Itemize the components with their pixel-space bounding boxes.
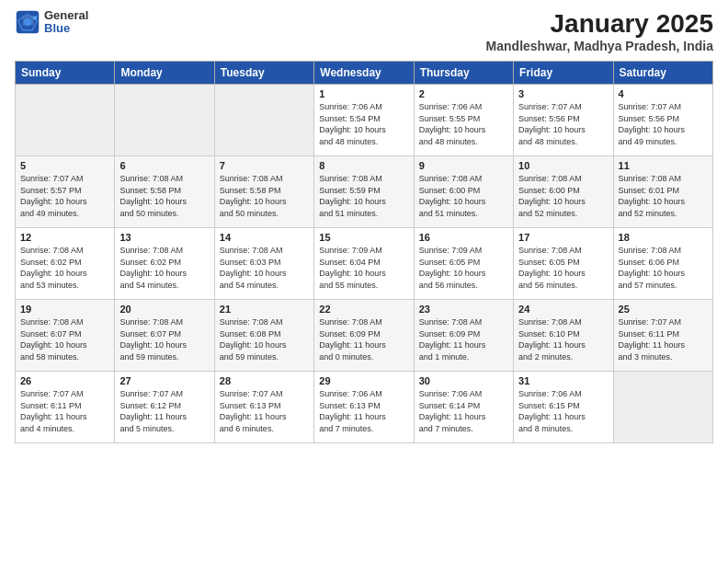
weekday-header-tuesday: Tuesday [214, 62, 313, 85]
week-row-2: 5Sunrise: 7:07 AM Sunset: 5:57 PM Daylig… [16, 156, 713, 228]
weekday-header-saturday: Saturday [613, 62, 712, 85]
weekday-header-sunday: Sunday [16, 62, 115, 85]
day-info: Sunrise: 7:07 AM Sunset: 6:12 PM Dayligh… [119, 388, 209, 434]
calendar-cell: 25Sunrise: 7:07 AM Sunset: 6:11 PM Dayli… [613, 300, 712, 372]
day-number: 2 [419, 88, 508, 99]
title-block: January 2025 Mandleshwar, Madhya Pradesh… [486, 9, 713, 53]
day-info: Sunrise: 7:07 AM Sunset: 6:13 PM Dayligh… [220, 388, 309, 434]
day-info: Sunrise: 7:08 AM Sunset: 6:07 PM Dayligh… [20, 316, 109, 362]
logo-general-text: General [44, 9, 88, 22]
calendar-cell: 21Sunrise: 7:08 AM Sunset: 6:08 PM Dayli… [214, 300, 313, 372]
day-number: 9 [419, 160, 508, 171]
day-number: 21 [220, 304, 309, 315]
day-number: 24 [518, 304, 608, 315]
day-number: 17 [518, 232, 608, 243]
calendar-cell: 6Sunrise: 7:08 AM Sunset: 5:58 PM Daylig… [115, 156, 214, 228]
day-info: Sunrise: 7:08 AM Sunset: 6:10 PM Dayligh… [518, 316, 608, 362]
day-number: 6 [119, 160, 209, 171]
calendar-cell: 14Sunrise: 7:08 AM Sunset: 6:03 PM Dayli… [214, 228, 313, 300]
calendar-cell [214, 85, 313, 156]
logo-blue-text: Blue [44, 22, 88, 35]
day-info: Sunrise: 7:08 AM Sunset: 6:09 PM Dayligh… [319, 316, 408, 362]
weekday-header-friday: Friday [514, 62, 613, 85]
day-info: Sunrise: 7:07 AM Sunset: 5:56 PM Dayligh… [518, 101, 608, 147]
day-info: Sunrise: 7:09 AM Sunset: 6:05 PM Dayligh… [419, 245, 508, 291]
calendar-cell: 2Sunrise: 7:06 AM Sunset: 5:55 PM Daylig… [414, 85, 513, 156]
calendar-cell: 4Sunrise: 7:07 AM Sunset: 5:56 PM Daylig… [613, 85, 712, 156]
calendar-cell: 23Sunrise: 7:08 AM Sunset: 6:09 PM Dayli… [414, 300, 513, 372]
day-info: Sunrise: 7:08 AM Sunset: 6:05 PM Dayligh… [518, 245, 608, 291]
day-info: Sunrise: 7:07 AM Sunset: 5:57 PM Dayligh… [20, 173, 109, 219]
day-info: Sunrise: 7:08 AM Sunset: 5:58 PM Dayligh… [220, 173, 309, 219]
day-number: 7 [220, 160, 309, 171]
week-row-3: 12Sunrise: 7:08 AM Sunset: 6:02 PM Dayli… [16, 228, 713, 300]
calendar-cell: 11Sunrise: 7:08 AM Sunset: 6:01 PM Dayli… [613, 156, 712, 228]
logo: General Blue [15, 9, 88, 36]
day-number: 15 [319, 232, 408, 243]
weekday-header-thursday: Thursday [414, 62, 513, 85]
day-number: 19 [20, 304, 109, 315]
week-row-1: 1Sunrise: 7:06 AM Sunset: 5:54 PM Daylig… [16, 85, 713, 156]
day-number: 13 [119, 232, 209, 243]
calendar-cell: 30Sunrise: 7:06 AM Sunset: 6:14 PM Dayli… [414, 372, 513, 443]
calendar-cell: 20Sunrise: 7:08 AM Sunset: 6:07 PM Dayli… [115, 300, 214, 372]
day-number: 31 [518, 375, 608, 386]
calendar-cell: 5Sunrise: 7:07 AM Sunset: 5:57 PM Daylig… [16, 156, 115, 228]
calendar-subtitle: Mandleshwar, Madhya Pradesh, India [486, 39, 713, 53]
day-info: Sunrise: 7:07 AM Sunset: 5:56 PM Dayligh… [619, 101, 708, 147]
calendar-cell: 10Sunrise: 7:08 AM Sunset: 6:00 PM Dayli… [514, 156, 613, 228]
calendar-cell [115, 85, 214, 156]
calendar-cell: 1Sunrise: 7:06 AM Sunset: 5:54 PM Daylig… [314, 85, 414, 156]
calendar-page: General Blue January 2025 Mandleshwar, M… [0, 0, 728, 563]
day-number: 8 [319, 160, 408, 171]
weekday-header-wednesday: Wednesday [314, 62, 414, 85]
day-number: 27 [119, 375, 209, 386]
day-info: Sunrise: 7:08 AM Sunset: 6:07 PM Dayligh… [119, 316, 209, 362]
day-info: Sunrise: 7:07 AM Sunset: 6:11 PM Dayligh… [619, 316, 708, 362]
calendar-cell [16, 85, 115, 156]
day-info: Sunrise: 7:06 AM Sunset: 6:15 PM Dayligh… [518, 388, 608, 434]
page-header: General Blue January 2025 Mandleshwar, M… [15, 9, 713, 53]
day-info: Sunrise: 7:07 AM Sunset: 6:11 PM Dayligh… [20, 388, 109, 434]
calendar-cell [613, 372, 712, 443]
weekday-header-row: SundayMondayTuesdayWednesdayThursdayFrid… [16, 62, 713, 85]
day-info: Sunrise: 7:06 AM Sunset: 6:14 PM Dayligh… [419, 388, 508, 434]
logo-icon [15, 9, 40, 35]
svg-point-3 [24, 18, 32, 27]
day-number: 20 [119, 304, 209, 315]
day-info: Sunrise: 7:08 AM Sunset: 6:02 PM Dayligh… [119, 245, 209, 291]
calendar-cell: 26Sunrise: 7:07 AM Sunset: 6:11 PM Dayli… [16, 372, 115, 443]
day-info: Sunrise: 7:08 AM Sunset: 5:59 PM Dayligh… [319, 173, 408, 219]
calendar-cell: 3Sunrise: 7:07 AM Sunset: 5:56 PM Daylig… [514, 85, 613, 156]
day-number: 10 [518, 160, 608, 171]
day-number: 26 [20, 375, 109, 386]
day-info: Sunrise: 7:08 AM Sunset: 6:09 PM Dayligh… [419, 316, 508, 362]
calendar-table: SundayMondayTuesdayWednesdayThursdayFrid… [15, 61, 713, 443]
calendar-title: January 2025 [486, 9, 713, 39]
calendar-cell: 16Sunrise: 7:09 AM Sunset: 6:05 PM Dayli… [414, 228, 513, 300]
day-info: Sunrise: 7:06 AM Sunset: 6:13 PM Dayligh… [319, 388, 408, 434]
day-number: 28 [220, 375, 309, 386]
calendar-cell: 7Sunrise: 7:08 AM Sunset: 5:58 PM Daylig… [214, 156, 313, 228]
day-info: Sunrise: 7:08 AM Sunset: 6:03 PM Dayligh… [220, 245, 309, 291]
day-number: 16 [419, 232, 508, 243]
calendar-cell: 18Sunrise: 7:08 AM Sunset: 6:06 PM Dayli… [613, 228, 712, 300]
calendar-cell: 17Sunrise: 7:08 AM Sunset: 6:05 PM Dayli… [514, 228, 613, 300]
calendar-cell: 13Sunrise: 7:08 AM Sunset: 6:02 PM Dayli… [115, 228, 214, 300]
calendar-cell: 22Sunrise: 7:08 AM Sunset: 6:09 PM Dayli… [314, 300, 414, 372]
calendar-cell: 24Sunrise: 7:08 AM Sunset: 6:10 PM Dayli… [514, 300, 613, 372]
day-number: 25 [619, 304, 708, 315]
day-info: Sunrise: 7:08 AM Sunset: 6:06 PM Dayligh… [619, 245, 708, 291]
day-number: 14 [220, 232, 309, 243]
day-info: Sunrise: 7:09 AM Sunset: 6:04 PM Dayligh… [319, 245, 408, 291]
calendar-cell: 15Sunrise: 7:09 AM Sunset: 6:04 PM Dayli… [314, 228, 414, 300]
day-info: Sunrise: 7:06 AM Sunset: 5:54 PM Dayligh… [319, 101, 408, 147]
day-number: 23 [419, 304, 508, 315]
day-info: Sunrise: 7:08 AM Sunset: 6:01 PM Dayligh… [619, 173, 708, 219]
calendar-cell: 9Sunrise: 7:08 AM Sunset: 6:00 PM Daylig… [414, 156, 513, 228]
day-info: Sunrise: 7:08 AM Sunset: 6:00 PM Dayligh… [419, 173, 508, 219]
day-number: 3 [518, 88, 608, 99]
day-number: 18 [619, 232, 708, 243]
day-number: 5 [20, 160, 109, 171]
day-number: 12 [20, 232, 109, 243]
